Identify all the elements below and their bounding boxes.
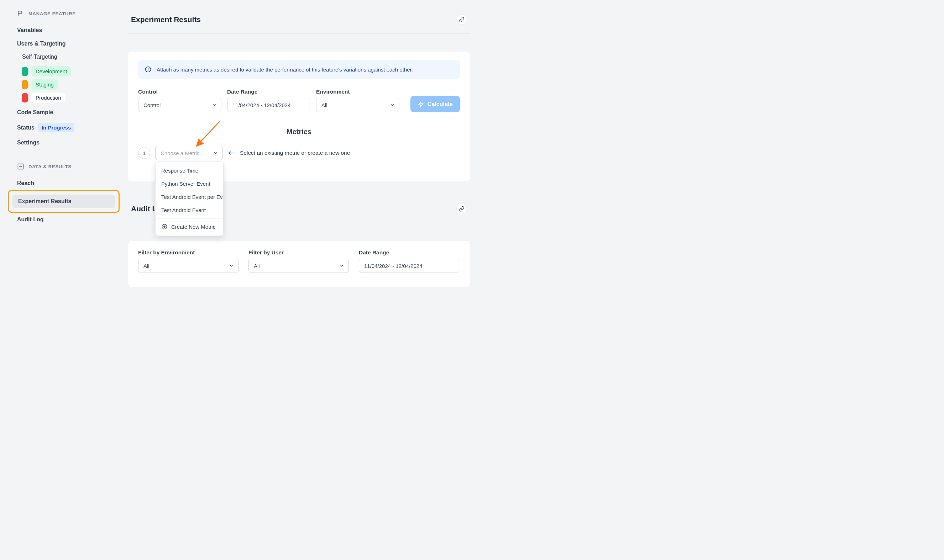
info-banner: Attach as many metrics as desired to val… — [138, 60, 460, 78]
copy-link-button[interactable] — [456, 14, 467, 25]
metrics-divider: Metrics — [140, 128, 459, 136]
chevron-down-icon — [229, 263, 234, 268]
filter-env-value: All — [143, 263, 149, 269]
env-label-production: Production — [31, 92, 66, 103]
nav-self-targeting[interactable]: Self-Targeting — [22, 51, 117, 63]
control-value: Control — [143, 102, 160, 108]
divider-line — [140, 132, 281, 132]
info-icon — [145, 66, 152, 73]
audit-filters-row: Filter by Environment All Filter by User… — [138, 249, 460, 273]
date-range-select[interactable]: 11/04/2024 - 12/04/2024 — [227, 98, 310, 112]
chevron-down-icon — [390, 103, 395, 108]
metric-dropdown: Response Time Python Server Event Test A… — [155, 162, 223, 236]
nav-audit-log[interactable]: Audit Log — [17, 213, 117, 226]
section-label: DATA & RESULTS — [28, 164, 72, 169]
plus-circle-icon — [161, 223, 168, 230]
nav-settings[interactable]: Settings — [17, 136, 117, 149]
sidebar: MANAGE FEATURE Variables Users & Targeti… — [0, 0, 125, 560]
metric-option-response-time[interactable]: Response Time — [156, 164, 223, 177]
filter-env-label: Filter by Environment — [138, 249, 239, 256]
nav-status[interactable]: Status In Progress — [17, 119, 117, 136]
link-icon — [459, 17, 465, 22]
info-text: Attach as many metrics as desired to val… — [157, 66, 413, 72]
status-label: Status — [17, 125, 34, 131]
env-color-staging — [22, 80, 28, 89]
section-header-experiment-results: Experiment Results — [128, 10, 470, 34]
metric-placeholder: Choose a Metric... — [160, 150, 204, 156]
filter-env-select[interactable]: All — [138, 258, 239, 273]
dropdown-separator — [156, 218, 223, 218]
copy-link-button[interactable] — [456, 203, 467, 214]
date-range-label: Date Range — [227, 89, 310, 95]
section-data-results: DATA & RESULTS — [17, 163, 117, 170]
chevron-down-icon — [339, 263, 344, 268]
section-label: MANAGE FEATURE — [28, 11, 76, 16]
nav-experiment-results[interactable]: Experiment Results — [8, 190, 120, 213]
date-range-value: 11/04/2024 - 12/04/2024 — [233, 102, 291, 108]
audit-date-value: 11/04/2024 - 12/04/2024 — [364, 263, 422, 269]
env-development[interactable]: Development — [22, 66, 117, 77]
metrics-heading: Metrics — [286, 128, 311, 136]
metric-hint: Select an existing metric or create a ne… — [228, 150, 350, 156]
filter-user-label: Filter by User — [248, 249, 349, 256]
nav-code-sample[interactable]: Code Sample — [17, 106, 117, 119]
bolt-icon — [417, 101, 424, 108]
create-new-metric-label: Create New Metric — [171, 224, 216, 230]
divider-line — [317, 132, 459, 132]
metric-row-1: 1 Choose a Metric... Select an existing … — [138, 146, 460, 160]
nav-experiment-results-label: Experiment Results — [12, 195, 115, 208]
env-color-production — [22, 93, 28, 103]
nav-users-targeting[interactable]: Users & Targeting — [17, 37, 117, 51]
metric-option-python-server-event[interactable]: Python Server Event — [156, 177, 223, 190]
chevron-down-icon — [213, 151, 218, 155]
svg-point-3 — [148, 68, 148, 68]
hint-text: Select an existing metric or create a ne… — [240, 150, 350, 156]
experiment-results-panel: Attach as many metrics as desired to val… — [128, 52, 470, 182]
env-color-development — [22, 67, 28, 76]
chevron-down-icon — [212, 103, 217, 108]
filter-user-value: All — [254, 263, 260, 269]
nav-variables[interactable]: Variables — [17, 23, 117, 37]
page-title: Experiment Results — [131, 15, 201, 24]
status-badge: In Progress — [38, 123, 75, 132]
env-staging[interactable]: Staging — [22, 79, 117, 90]
chart-icon — [17, 163, 24, 170]
environment-select[interactable]: All — [316, 98, 399, 112]
audit-log-panel: Filter by Environment All Filter by User… — [128, 241, 470, 287]
flag-icon — [17, 10, 24, 17]
calculate-label: Calculate — [428, 101, 453, 108]
nav-reach[interactable]: Reach — [17, 177, 117, 190]
metric-index: 1 — [143, 150, 146, 156]
control-label: Control — [138, 89, 222, 95]
env-production[interactable]: Production — [22, 92, 117, 103]
environment-label: Environment — [316, 89, 399, 95]
environment-value: All — [322, 102, 328, 108]
section-manage-feature: MANAGE FEATURE — [17, 10, 117, 17]
filters-row: Control Control Date Range 11/04/2024 - … — [138, 89, 460, 112]
metric-option-test-android-event-per-ev[interactable]: Test Android Event per Ev — [156, 190, 223, 203]
audit-date-label: Date Range — [359, 249, 459, 256]
audit-date-select[interactable]: 11/04/2024 - 12/04/2024 — [359, 258, 459, 273]
create-new-metric[interactable]: Create New Metric — [156, 220, 223, 233]
env-label-development: Development — [31, 66, 71, 77]
env-label-staging: Staging — [31, 79, 58, 90]
filter-user-select[interactable]: All — [248, 258, 349, 273]
arrow-left-icon — [228, 150, 236, 156]
calculate-button[interactable]: Calculate — [410, 96, 460, 112]
main: Experiment Results Attach as many metric… — [125, 0, 480, 560]
metric-index-badge: 1 — [138, 147, 150, 159]
link-icon — [459, 206, 465, 212]
metric-option-test-android-event[interactable]: Test Android Event — [156, 203, 223, 217]
control-select[interactable]: Control — [138, 98, 222, 112]
metric-select[interactable]: Choose a Metric... — [155, 146, 223, 160]
